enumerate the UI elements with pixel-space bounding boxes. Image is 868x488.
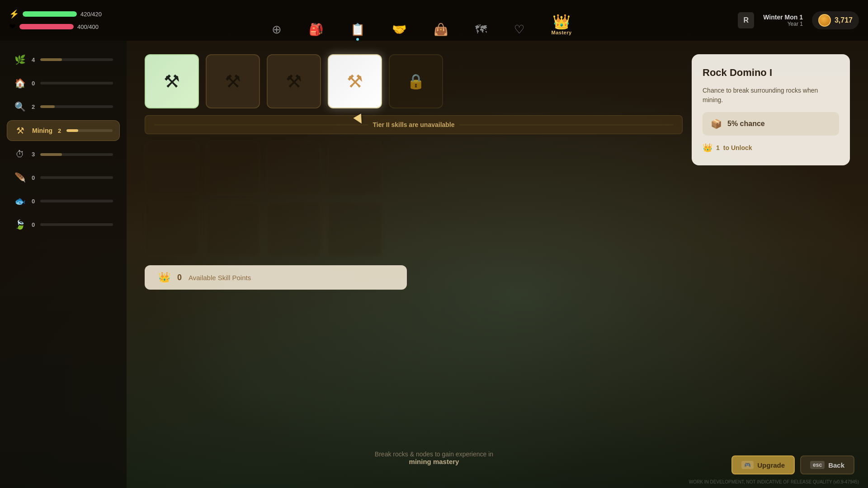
- detail-unlock-row: 👑 1 to Unlock: [703, 143, 839, 153]
- r-button[interactable]: R: [738, 12, 754, 28]
- farming-icon: 🌿: [14, 54, 26, 65]
- nav-bag[interactable]: 👜: [434, 23, 448, 37]
- clock-level: 3: [32, 151, 35, 158]
- tier2-row: [145, 141, 683, 195]
- inventory-icon: 🎒: [309, 23, 323, 35]
- feather-level: 0: [32, 174, 35, 181]
- currency-amount: 3,717: [835, 16, 853, 24]
- watermark: WORK IN DEVELOPMENT, NOT INDICATIVE OF R…: [689, 479, 859, 484]
- skill-icon-3: ⚒: [286, 71, 302, 92]
- detail-panel: Rock Domino I Chance to break surroundin…: [692, 54, 850, 165]
- skill-section: ⚒ ⚒ ⚒ ⚒ 🔒 Tier II skills are unavailabl: [145, 54, 850, 290]
- nav-social[interactable]: 🤝: [392, 23, 406, 37]
- nav-heart[interactable]: ♡: [514, 23, 524, 37]
- mining-icon: ⚒: [14, 125, 27, 136]
- sidebar-item-home[interactable]: 🏠 0: [7, 73, 120, 93]
- tier2-card-3: [267, 141, 321, 195]
- leaf-icon: 🍃: [14, 219, 26, 230]
- nav-mastery[interactable]: 👑 Mastery: [552, 14, 572, 37]
- feather-bar: [40, 176, 113, 179]
- health-bar-bg: [19, 24, 74, 29]
- health-icon: ❤: [9, 22, 16, 32]
- bottom-right-buttons: 🎮 Upgrade esc Back: [731, 455, 854, 474]
- mining-bar: [66, 129, 113, 132]
- currency-box: 3,717: [812, 11, 859, 29]
- tier2-card-4: [328, 141, 382, 195]
- energy-text: 420/420: [80, 11, 105, 18]
- sidebar-item-feather[interactable]: 🪶 0: [7, 168, 120, 188]
- quests-icon: ⊕: [272, 23, 282, 35]
- skill-card-5[interactable]: 🔒: [389, 54, 443, 108]
- sidebar-item-mining[interactable]: ⚒ Mining 2: [7, 120, 120, 141]
- sp-label: Available Skill Points: [189, 274, 251, 282]
- skill-icon-4: ⚒: [347, 71, 363, 92]
- energy-bar-bg: [23, 11, 77, 17]
- back-button[interactable]: esc Back: [800, 455, 854, 474]
- social-icon: 🤝: [392, 23, 406, 35]
- date-line2: Year 1: [763, 21, 803, 27]
- mining-bar-fill: [66, 129, 78, 132]
- date-info: Winter Mon 1 Year 1: [763, 14, 803, 27]
- sidebar-item-search[interactable]: 🔍 2: [7, 97, 120, 117]
- tier2-card-2: [206, 141, 260, 195]
- heart-icon: ♡: [514, 23, 524, 35]
- skill-card-3[interactable]: ⚒: [267, 54, 321, 108]
- skill-card-4[interactable]: ⚒: [328, 54, 382, 108]
- tier2-card-5: [145, 202, 199, 256]
- detail-stat-icon: 📦: [711, 118, 722, 129]
- sidebar-item-leaf[interactable]: 🍃 0: [7, 215, 120, 235]
- home-level: 0: [32, 80, 35, 87]
- hint-line2: mining mastery: [375, 458, 493, 465]
- tier2-area: [145, 141, 683, 256]
- skill-icon-1: ⚒: [164, 71, 180, 92]
- upgrade-button[interactable]: 🎮 Upgrade: [731, 455, 795, 474]
- search-icon: 🔍: [14, 101, 26, 112]
- skill-icon-2: ⚒: [225, 71, 241, 92]
- search-bar: [40, 105, 113, 108]
- health-text: 400/400: [77, 23, 102, 30]
- sidebar-item-fish[interactable]: 🐟 0: [7, 191, 120, 211]
- sp-icon: 👑: [158, 272, 170, 283]
- banner-line-left: [154, 125, 368, 125]
- coin-icon: [818, 14, 831, 27]
- nav-quests[interactable]: ⊕: [272, 23, 282, 37]
- nav-map[interactable]: 🗺: [475, 23, 487, 37]
- map-icon: 🗺: [475, 23, 487, 35]
- lock-icon-5: 🔒: [407, 73, 425, 90]
- skill-grid-area: ⚒ ⚒ ⚒ ⚒ 🔒 Tier II skills are unavailabl: [145, 54, 683, 290]
- energy-row: ⚡ 420/420: [9, 9, 105, 19]
- search-level: 2: [32, 103, 35, 110]
- search-bar-fill: [40, 105, 55, 108]
- energy-bar-fill: [23, 11, 77, 17]
- date-line1: Winter Mon 1: [763, 14, 803, 21]
- tier2-card-8: [328, 202, 382, 256]
- main-content: ⚒ ⚒ ⚒ ⚒ 🔒 Tier II skills are unavailabl: [127, 41, 868, 488]
- tier2-card-6: [206, 202, 260, 256]
- hint-line1: Break rocks & nodes to gain experience i…: [375, 450, 493, 458]
- tier2-card-7: [267, 202, 321, 256]
- back-key-icon: esc: [810, 461, 825, 469]
- detail-stat-value: 5% chance: [727, 120, 765, 128]
- tier2-unavailable-text: Tier II skills are unavailable: [373, 121, 454, 128]
- back-label: Back: [828, 461, 844, 469]
- detail-unlock-icon: 👑: [703, 143, 712, 153]
- health-bar-fill: [19, 24, 74, 29]
- upgrade-label: Upgrade: [757, 461, 785, 469]
- sidebar-item-farming[interactable]: 🌿 4: [7, 50, 120, 70]
- fish-level: 0: [32, 198, 35, 205]
- nav-skills[interactable]: 📋: [350, 23, 365, 37]
- tier2-card-1: [145, 141, 199, 195]
- bottom-hint: Break rocks & nodes to gain experience i…: [375, 450, 493, 465]
- sidebar-item-clock[interactable]: ⏱ 3: [7, 145, 120, 164]
- skill-card-2[interactable]: ⚒: [206, 54, 260, 108]
- upgrade-key-icon: 🎮: [741, 461, 754, 469]
- health-row: ❤ 400/400: [9, 22, 105, 32]
- detail-unlock-label: to Unlock: [723, 144, 752, 151]
- detail-unlock-count: 1: [716, 144, 720, 151]
- home-icon: 🏠: [14, 78, 26, 89]
- detail-title: Rock Domino I: [703, 67, 839, 79]
- sidebar: 🌿 4 🏠 0 🔍 2 ⚒ Mining 2 ⏱ 3: [0, 41, 127, 488]
- farming-bar-fill: [40, 58, 62, 61]
- skill-card-1[interactable]: ⚒: [145, 54, 199, 108]
- nav-inventory[interactable]: 🎒: [309, 23, 323, 37]
